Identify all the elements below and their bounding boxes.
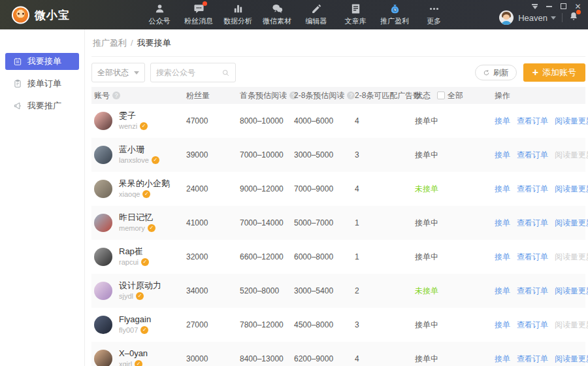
table-row: 设计原动力 sjydl ✓ 34000 5200–8000 3000–5400 … bbox=[91, 274, 585, 308]
fans-count: 41000 bbox=[186, 218, 240, 227]
table-row: X–0yan xgirl ✓ 30000 8400–13000 6200–900… bbox=[91, 342, 585, 366]
account-name: Rap崔 bbox=[119, 246, 149, 258]
clipboard-icon bbox=[13, 79, 22, 88]
status-text: 接单中 bbox=[415, 116, 495, 127]
document-icon bbox=[350, 3, 361, 14]
toolbar: 全部状态 刷新 + 添加账号 bbox=[91, 63, 585, 82]
minimize-button[interactable] bbox=[544, 2, 554, 10]
main-nav: 公众号 粉丝消息 数据分析 微信素材 编辑器 bbox=[140, 2, 453, 27]
accept-order-link[interactable]: 接单 bbox=[495, 116, 510, 127]
close-button[interactable]: ✕ bbox=[573, 2, 583, 10]
help-icon[interactable]: ? bbox=[112, 92, 120, 99]
table-row: Flyagain fly007 ✓ 27000 7800–12000 4500–… bbox=[91, 308, 585, 342]
notifications-button[interactable] bbox=[568, 11, 579, 24]
accept-order-link[interactable]: 接单 bbox=[495, 286, 510, 297]
collapse-to-tray-button[interactable] bbox=[530, 2, 540, 10]
matchable-ad-count: 4 bbox=[355, 184, 415, 193]
update-read-count-link[interactable]: 阅读量更新 bbox=[555, 320, 588, 331]
first-article-read-estimate: 6600–12000 bbox=[240, 252, 294, 261]
status-filter-dropdown[interactable]: 全部状态 bbox=[91, 63, 145, 82]
matchable-ad-count: 1 bbox=[355, 218, 415, 227]
view-orders-link[interactable]: 查看订单 bbox=[517, 320, 548, 331]
multi-article-read-estimate: 5000–7000 bbox=[294, 218, 355, 227]
accept-order-link[interactable]: 接单 bbox=[495, 354, 510, 365]
nav-item-fan-messages[interactable]: 粉丝消息 bbox=[179, 2, 218, 27]
matchable-ad-count: 1 bbox=[355, 252, 415, 261]
help-icon[interactable]: ? bbox=[347, 92, 355, 99]
multi-article-read-estimate: 3000–5000 bbox=[294, 150, 355, 159]
first-article-read-estimate: 7000–14000 bbox=[240, 218, 294, 227]
view-orders-link[interactable]: 查看订单 bbox=[517, 286, 548, 297]
user-menu-caret-icon[interactable] bbox=[551, 16, 556, 20]
nav-item-editor[interactable]: 编辑器 bbox=[297, 2, 336, 27]
sidebar: 我要接单 接单订单 我要推广 bbox=[0, 29, 85, 366]
fans-count: 39000 bbox=[186, 150, 240, 159]
mascot-logo-icon bbox=[12, 6, 29, 24]
fans-count: 34000 bbox=[186, 286, 240, 295]
update-read-count-link[interactable]: 阅读量更新 bbox=[555, 218, 588, 229]
update-read-count-link[interactable]: 阅读量更新 bbox=[555, 354, 588, 365]
view-orders-link[interactable]: 查看订单 bbox=[517, 116, 548, 127]
view-orders-link[interactable]: 查看订单 bbox=[517, 150, 548, 161]
app-title: 微小宝 bbox=[35, 7, 70, 22]
user-avatar[interactable] bbox=[499, 10, 514, 25]
update-read-count-link[interactable]: 阅读量更新 bbox=[555, 150, 588, 161]
breadcrumb-section: 推广盈利 bbox=[93, 37, 127, 49]
multi-article-read-estimate: 4000–6000 bbox=[294, 116, 355, 125]
verified-badge-icon: ✓ bbox=[135, 360, 142, 366]
accept-order-link[interactable]: 接单 bbox=[495, 184, 510, 195]
account-username: memory bbox=[119, 224, 145, 233]
verified-badge-icon: ✓ bbox=[148, 224, 155, 232]
sidebar-item-promote[interactable]: 我要推广 bbox=[5, 97, 79, 114]
status-all-checkbox[interactable] bbox=[437, 92, 445, 99]
update-read-count-link[interactable]: 阅读量更新 bbox=[555, 116, 588, 127]
sidebar-item-order-records[interactable]: 接单订单 bbox=[5, 75, 79, 92]
nav-item-promotion-profit[interactable]: 推广盈利 bbox=[375, 2, 414, 27]
nav-item-official-accounts[interactable]: 公众号 bbox=[140, 2, 179, 27]
accept-order-link[interactable]: 接单 bbox=[495, 252, 510, 263]
matchable-ad-count: 2 bbox=[355, 286, 415, 295]
search-icon bbox=[221, 69, 230, 77]
user-name: Heaven bbox=[518, 13, 547, 23]
nav-item-article-library[interactable]: 文章库 bbox=[336, 2, 375, 27]
accept-order-link[interactable]: 接单 bbox=[495, 218, 510, 229]
bar-chart-icon bbox=[233, 3, 244, 14]
wechat-icon bbox=[272, 3, 283, 14]
divider bbox=[562, 13, 563, 22]
status-text: 未接单 bbox=[415, 184, 495, 195]
verified-badge-icon: ✓ bbox=[136, 292, 144, 300]
update-read-count-link[interactable]: 阅读量更新 bbox=[555, 184, 588, 195]
view-orders-link[interactable]: 查看订单 bbox=[517, 354, 548, 365]
view-orders-link[interactable]: 查看订单 bbox=[517, 252, 548, 263]
multi-article-read-estimate: 6200–9000 bbox=[294, 354, 355, 363]
window-controls: ✕ bbox=[530, 2, 583, 10]
table-header: 账号? 粉丝量 首条预估阅读? 2-8条预估阅读? 2-8条可匹配广告数 状态 … bbox=[91, 87, 585, 104]
matchable-ad-count: 3 bbox=[355, 320, 415, 329]
first-article-read-estimate: 8000–10000 bbox=[240, 116, 294, 125]
order-list-icon bbox=[13, 57, 22, 66]
add-account-button[interactable]: + 添加账号 bbox=[523, 63, 585, 82]
nav-item-more[interactable]: 更多 bbox=[414, 2, 453, 27]
sidebar-item-take-orders[interactable]: 我要接单 bbox=[5, 53, 79, 70]
accept-order-link[interactable]: 接单 bbox=[495, 150, 510, 161]
status-text: 接单中 bbox=[415, 218, 495, 229]
nav-item-wechat-material[interactable]: 微信素材 bbox=[257, 2, 297, 27]
update-read-count-link[interactable]: 阅读量更新 bbox=[555, 286, 588, 297]
accept-order-link[interactable]: 接单 bbox=[495, 320, 510, 331]
account-avatar bbox=[94, 146, 112, 164]
view-orders-link[interactable]: 查看订单 bbox=[517, 218, 548, 229]
account-username: xgirl bbox=[119, 359, 132, 366]
breadcrumb-current: 我要接单 bbox=[137, 37, 171, 49]
account-avatar bbox=[94, 316, 112, 334]
search-box bbox=[150, 63, 236, 82]
table-row: 蓝小珊 lanxslove ✓ 39000 7000–10000 3000–50… bbox=[91, 138, 585, 172]
plus-icon: + bbox=[532, 67, 538, 78]
maximize-button[interactable] bbox=[559, 2, 568, 10]
account-avatar bbox=[94, 282, 112, 300]
update-read-count-link[interactable]: 阅读量更新 bbox=[555, 252, 588, 263]
multi-article-read-estimate: 3000–5400 bbox=[294, 286, 355, 295]
search-input[interactable] bbox=[156, 68, 221, 77]
refresh-button[interactable]: 刷新 bbox=[475, 65, 517, 80]
view-orders-link[interactable]: 查看订单 bbox=[517, 184, 548, 195]
nav-item-analytics[interactable]: 数据分析 bbox=[218, 2, 257, 27]
